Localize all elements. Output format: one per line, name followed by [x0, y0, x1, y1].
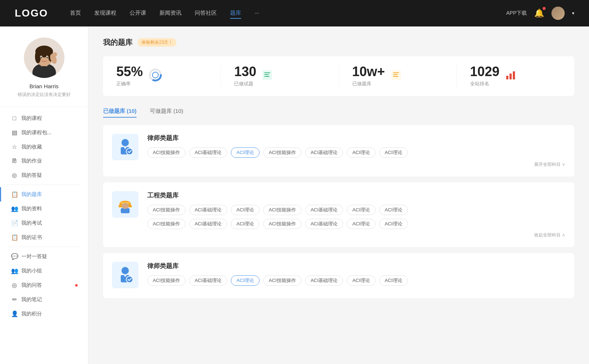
nav-open-course[interactable]: 公开课 [130, 8, 146, 19]
nav-qa[interactable]: 问答社区 [195, 8, 217, 19]
qbank-tag[interactable]: ACI技能操作 [147, 147, 186, 158]
sidebar-item-homework[interactable]: 🖹 我的作业 [0, 154, 88, 168]
logo[interactable]: LOGO [15, 7, 48, 19]
sidebar-item-label: 我的课程包... [21, 129, 52, 136]
app-download-link[interactable]: APP下载 [506, 10, 527, 17]
sidebar-item-label: 我的答疑 [21, 172, 42, 179]
qbank-tag[interactable]: ACI理论 [231, 219, 260, 229]
svg-rect-24 [506, 76, 508, 79]
sidebar-item-points[interactable]: 👤 我的积分 [0, 307, 88, 321]
svg-rect-18 [264, 74, 269, 75]
qbank-tag[interactable]: ACI基础理论 [305, 205, 343, 215]
qbank-tag[interactable]: ACI基础理论 [305, 147, 343, 158]
stat-done-questions-value: 130 [234, 65, 256, 78]
nav-menu: 首页 发现课程 公开课 新闻资讯 问答社区 题库 ··· [70, 8, 506, 19]
qbank-tag[interactable]: ACI理论 [347, 147, 375, 158]
sidebar-item-label: 我的课程 [21, 115, 42, 122]
stat-accuracy-label: 正确率 [116, 81, 143, 87]
course-icon: □ [11, 115, 18, 122]
qbank-tag-active[interactable]: ACI理论 [231, 147, 260, 158]
sidebar-item-my-qa[interactable]: ◎ 我的答疑 [0, 168, 88, 182]
qbank-tag[interactable]: ACI技能操作 [147, 275, 186, 286]
nav-qbank[interactable]: 题库 [230, 8, 241, 19]
avatar [24, 38, 64, 78]
notification-bell[interactable]: 🔔 [534, 8, 544, 18]
svg-rect-19 [264, 76, 269, 77]
qbank-tag[interactable]: ACI技能操作 [147, 205, 186, 215]
svg-rect-17 [264, 72, 270, 73]
sidebar-item-notes[interactable]: ✏ 我的笔记 [0, 292, 88, 307]
qbank-tag-active[interactable]: ACI理论 [231, 275, 260, 286]
qbank-tag[interactable]: ACI理论 [379, 219, 408, 229]
qbank-tag[interactable]: ACI理论 [347, 275, 375, 286]
qbank-tag[interactable]: ACI技能操作 [263, 275, 301, 286]
qbank-tag[interactable]: ACI基础理论 [305, 219, 343, 229]
stat-ranking-label: 全站排名 [470, 81, 500, 87]
content-tabs: 已做题库 (10) 可做题库 (10) [103, 105, 574, 118]
sidebar-item-my-questions[interactable]: ◎ 我的问答 [0, 278, 88, 292]
sidebar-item-exam[interactable]: 📄 我的考试 [0, 216, 88, 230]
sidebar-item-my-data[interactable]: 👥 我的资料 [0, 201, 88, 216]
qbank-tag[interactable]: ACI理论 [379, 205, 408, 215]
sidebar-item-certificate[interactable]: 📋 我的证书 [0, 230, 88, 245]
qbank-tag[interactable]: ACI技能操作 [263, 147, 301, 158]
qbank-tag[interactable]: ACI基础理论 [189, 147, 228, 158]
sidebar-item-my-course[interactable]: □ 我的课程 [0, 111, 88, 125]
sidebar-item-favorites[interactable]: ☆ 我的收藏 [0, 140, 88, 154]
stat-done-banks-label: 已做题库 [352, 81, 385, 87]
stat-done-banks-main: 10w+ 已做题库 [352, 65, 385, 87]
tab-available-banks[interactable]: 可做题库 (10) [150, 105, 183, 118]
bell-icon: 🔔 [534, 8, 544, 18]
engineer-icon [116, 195, 135, 214]
stat-ranking-value: 1029 [470, 65, 500, 78]
lawyer-icon [116, 138, 135, 157]
stat-accuracy-main: 55% 正确率 [116, 65, 143, 87]
nav-more[interactable]: ··· [254, 8, 259, 19]
nav-news[interactable]: 新闻资讯 [159, 8, 181, 19]
qbank-tag[interactable]: ACI技能操作 [147, 219, 186, 229]
sidebar-item-course-package[interactable]: ▤ 我的课程包... [0, 125, 88, 140]
qbank-tag[interactable]: ACI理论 [347, 219, 375, 229]
sidebar-item-label: 我的积分 [21, 311, 42, 317]
qbank-tag[interactable]: ACI基础理论 [189, 275, 228, 286]
stat-ranking: 1029 全站排名 [457, 65, 574, 87]
qbank-tag[interactable]: ACI技能操作 [263, 205, 301, 215]
expand-link-1[interactable]: 展开全部科目 ∨ [147, 161, 565, 168]
sidebar-user-tagline: 错误的决定比没有决定要好 [18, 92, 71, 98]
qbank-tag[interactable]: ACI理论 [347, 205, 375, 215]
question-icon: ◎ [11, 282, 18, 289]
sidebar-item-qbank[interactable]: 📋 我的题库 [0, 187, 88, 201]
nav-discover[interactable]: 发现课程 [94, 8, 116, 19]
tab-done-banks[interactable]: 已做题库 (10) [103, 105, 137, 118]
star-icon: ☆ [11, 143, 18, 150]
svg-point-27 [121, 139, 129, 146]
avatar-dropdown-arrow[interactable]: ▾ [572, 11, 574, 16]
navbar: LOGO 首页 发现课程 公开课 新闻资讯 问答社区 题库 ··· APP下载 … [0, 0, 589, 26]
qbank-engineer-tags-row2: ACI技能操作 ACI基础理论 ACI理论 ACI技能操作 ACI基础理论 AC… [147, 219, 565, 229]
qbank-tag[interactable]: ACI基础理论 [189, 219, 228, 229]
sidebar-item-my-group[interactable]: 👥 我的小组 [0, 264, 88, 278]
qbank-lawyer-1-title: 律师类题库 [147, 134, 565, 142]
qbank-tag[interactable]: ACI技能操作 [263, 219, 301, 229]
svg-point-37 [126, 276, 133, 283]
sidebar-item-label: 我的小组 [21, 268, 42, 274]
svg-point-15 [152, 72, 158, 78]
svg-rect-21 [393, 72, 399, 73]
qbank-tag[interactable]: ACI理论 [379, 147, 408, 158]
svg-rect-32 [121, 208, 130, 213]
user-avatar[interactable] [551, 7, 565, 20]
qbank-tag[interactable]: ACI理论 [231, 205, 260, 215]
data-icon: 👥 [11, 205, 18, 212]
qbank-tag[interactable]: ACI基础理论 [305, 275, 343, 286]
qbank-card-engineer: 工程类题库 ACI技能操作 ACI基础理论 ACI理论 ACI技能操作 ACI基… [103, 182, 574, 247]
main-layout: Brian Harris 错误的决定比没有决定要好 □ 我的课程 ▤ 我的课程包… [0, 26, 589, 364]
homework-icon: 🖹 [11, 158, 18, 164]
qbank-tag[interactable]: ACI基础理论 [189, 205, 228, 215]
expand-link-2[interactable]: 收起全部科目 ∧ [147, 232, 565, 238]
nav-home[interactable]: 首页 [70, 8, 81, 19]
sidebar-item-one-on-one[interactable]: 💬 一对一答疑 [0, 249, 88, 264]
svg-point-9 [40, 57, 42, 58]
qbank-card-lawyer-1: 律师类题库 ACI技能操作 ACI基础理论 ACI理论 ACI技能操作 ACI基… [103, 125, 574, 176]
qbank-tag[interactable]: ACI理论 [379, 275, 408, 286]
page-title: 我的题库 [103, 38, 133, 47]
